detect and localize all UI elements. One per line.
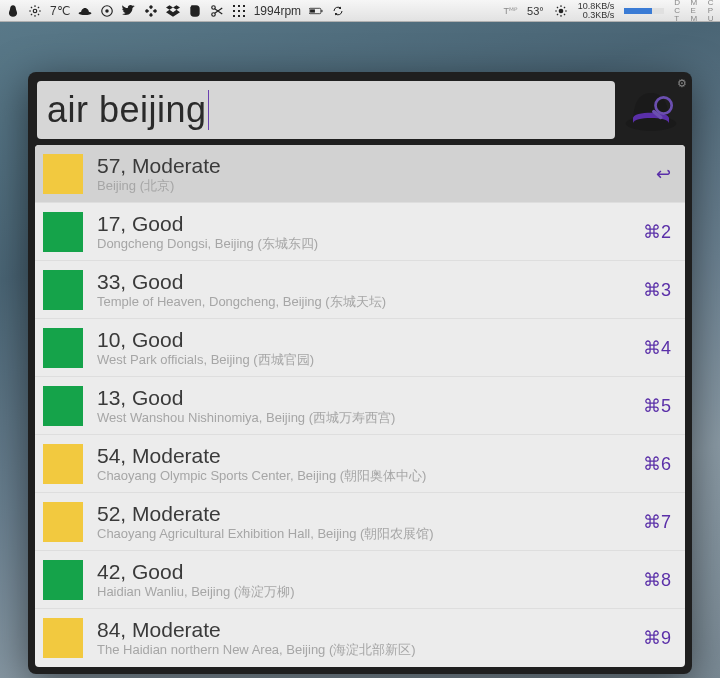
shortcut-label: ⌘7 [643, 511, 671, 533]
result-subtitle: Beijing (北京) [97, 178, 646, 194]
result-subtitle: West Wanshou Nishinomiya, Beijing (西城万寿西… [97, 410, 633, 426]
result-title: 33, Good [97, 270, 633, 293]
dropbox-icon[interactable] [166, 4, 180, 18]
result-row[interactable]: 42, GoodHaidian Wanliu, Beijing (海淀万柳)⌘8 [35, 551, 685, 609]
shortcut-label: ⌘5 [643, 395, 671, 417]
shortcut-label: ⌘4 [643, 337, 671, 359]
result-row[interactable]: 52, ModerateChaoyang Agricultural Exhibi… [35, 493, 685, 551]
result-title: 13, Good [97, 386, 633, 409]
result-text: 52, ModerateChaoyang Agricultural Exhibi… [97, 502, 633, 542]
result-subtitle: Dongcheng Dongsi, Beijing (东城东四) [97, 236, 633, 252]
result-title: 17, Good [97, 212, 633, 235]
menubar-right: Tᴹᴾ 53° 10.8KB/s 0.3KB/s DCT MEM CPU [504, 0, 714, 23]
menubar-bar[interactable] [624, 7, 664, 14]
shortcut-label: ⌘3 [643, 279, 671, 301]
battery-icon[interactable] [309, 4, 323, 18]
shortcut-label: ⌘2 [643, 221, 671, 243]
result-text: 54, ModerateChaoyang Olympic Sports Cent… [97, 444, 633, 484]
penguin-icon[interactable] [6, 4, 20, 18]
net-up: 0.3KB/s [578, 11, 615, 20]
circle-icon[interactable] [100, 4, 114, 18]
result-subtitle: Haidian Wanliu, Beijing (海淀万柳) [97, 584, 633, 600]
svg-point-18 [558, 8, 563, 13]
menubar-mem[interactable]: MEM [691, 0, 698, 23]
svg-rect-16 [321, 9, 322, 11]
enter-icon: ↩ [656, 163, 671, 185]
svg-point-3 [105, 9, 109, 13]
clover-icon[interactable] [144, 4, 158, 18]
aqi-color-swatch [43, 560, 83, 600]
search-row: ⚙ air beijing [35, 79, 685, 145]
aqi-color-swatch [43, 444, 83, 484]
result-row[interactable]: 33, GoodTemple of Heaven, Dongcheng, Bei… [35, 261, 685, 319]
result-row[interactable]: 10, GoodWest Park officials, Beijing (西城… [35, 319, 685, 377]
svg-rect-17 [310, 9, 315, 12]
result-text: 10, GoodWest Park officials, Beijing (西城… [97, 328, 633, 368]
result-subtitle: Chaoyang Agricultural Exhibition Hall, B… [97, 526, 633, 542]
menubar-dct[interactable]: DCT [674, 0, 680, 23]
settings-gear-icon[interactable]: ⚙ [677, 77, 687, 90]
result-subtitle: Temple of Heaven, Dongcheng, Beijing (东城… [97, 294, 633, 310]
menubar-cpu[interactable]: CPU [708, 0, 714, 23]
result-text: 42, GoodHaidian Wanliu, Beijing (海淀万柳) [97, 560, 633, 600]
aqi-color-swatch [43, 154, 83, 194]
bowler-hat-icon[interactable] [78, 4, 92, 18]
menubar-rpm[interactable]: 1994rpm [254, 4, 301, 18]
result-subtitle: The Haidian northern New Area, Beijing (… [97, 642, 633, 658]
svg-rect-10 [238, 10, 240, 12]
aqi-color-swatch [43, 502, 83, 542]
result-text: 17, GoodDongcheng Dongsi, Beijing (东城东四) [97, 212, 633, 252]
search-input[interactable]: air beijing [37, 81, 615, 139]
result-title: 57, Moderate [97, 154, 646, 177]
alfred-hat-icon [623, 82, 679, 138]
menubar: 7℃ 1994rpm Tᴹᴾ [0, 0, 720, 22]
twitter-icon[interactable] [122, 4, 136, 18]
sync-icon[interactable] [331, 4, 345, 18]
result-title: 42, Good [97, 560, 633, 583]
text-cursor [208, 90, 209, 130]
aqi-color-swatch [43, 386, 83, 426]
result-text: 84, ModerateThe Haidian northern New Are… [97, 618, 633, 658]
result-subtitle: Chaoyang Olympic Sports Center, Beijing … [97, 468, 633, 484]
svg-rect-12 [233, 15, 235, 17]
svg-rect-6 [233, 5, 235, 7]
shortcut-label: ⌘6 [643, 453, 671, 475]
aqi-color-swatch [43, 270, 83, 310]
result-row[interactable]: 17, GoodDongcheng Dongsi, Beijing (东城东四)… [35, 203, 685, 261]
result-text: 33, GoodTemple of Heaven, Dongcheng, Bei… [97, 270, 633, 310]
svg-point-0 [33, 9, 37, 13]
svg-rect-13 [238, 15, 240, 17]
result-row[interactable]: 84, ModerateThe Haidian northern New Are… [35, 609, 685, 667]
gear-icon[interactable] [28, 4, 42, 18]
svg-rect-14 [243, 15, 245, 17]
result-title: 84, Moderate [97, 618, 633, 641]
shortcut-label: ⌘8 [643, 569, 671, 591]
result-text: 57, ModerateBeijing (北京) [97, 154, 646, 194]
aqi-color-swatch [43, 328, 83, 368]
scissors-icon[interactable] [210, 4, 224, 18]
menubar-temp-c[interactable]: 7℃ [50, 4, 70, 18]
result-title: 10, Good [97, 328, 633, 351]
result-row[interactable]: 13, GoodWest Wanshou Nishinomiya, Beijin… [35, 377, 685, 435]
menubar-temp-f[interactable]: 53° [527, 5, 544, 17]
search-query: air beijing [47, 89, 207, 131]
svg-rect-9 [233, 10, 235, 12]
svg-rect-8 [243, 5, 245, 7]
result-row[interactable]: 54, ModerateChaoyang Olympic Sports Cent… [35, 435, 685, 493]
svg-rect-11 [243, 10, 245, 12]
result-text: 13, GoodWest Wanshou Nishinomiya, Beijin… [97, 386, 633, 426]
menubar-left: 7℃ 1994rpm [6, 4, 345, 18]
result-title: 52, Moderate [97, 502, 633, 525]
svg-rect-7 [238, 5, 240, 7]
alfred-panel: ⚙ air beijing 57, ModerateBeijing (北京)↩1… [28, 72, 692, 674]
aqi-color-swatch [43, 618, 83, 658]
result-row[interactable]: 57, ModerateBeijing (北京)↩ [35, 145, 685, 203]
menubar-netspeed[interactable]: 10.8KB/s 0.3KB/s [578, 2, 615, 20]
evernote-icon[interactable] [188, 4, 202, 18]
result-title: 54, Moderate [97, 444, 633, 467]
grid-icon[interactable] [232, 4, 246, 18]
aqi-color-swatch [43, 212, 83, 252]
sun-icon[interactable] [554, 4, 568, 18]
result-subtitle: West Park officials, Beijing (西城官园) [97, 352, 633, 368]
results-list: 57, ModerateBeijing (北京)↩17, GoodDongche… [35, 145, 685, 667]
